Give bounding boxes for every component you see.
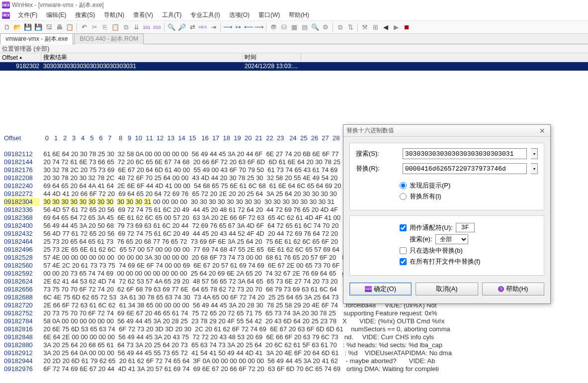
tools-icon[interactable]: ⚙ xyxy=(321,22,331,32)
search-input[interactable] xyxy=(403,148,527,159)
toolbar: 🗋 📂 💾 💾 🖫 🖶 📋 ↶ ✂ ⎘ 📋 ⧉ ⇊ 101 010 🔍 🔎 ⇄ … xyxy=(0,21,588,34)
properties-icon[interactable]: 📋 xyxy=(65,22,75,32)
menu-window[interactable]: 窗口(W) xyxy=(254,10,284,20)
radio-replace-all[interactable] xyxy=(400,193,407,200)
result-header-search[interactable]: 搜索结果 xyxy=(41,53,243,62)
hex-row[interactable]: 09182752 20 73 75 70 70 6F 72 74 69 6E 6… xyxy=(4,309,584,317)
open-disk-icon[interactable]: 💾 xyxy=(23,22,33,32)
checkbox-all-files[interactable] xyxy=(400,258,407,265)
hex-paste-icon[interactable]: 010 xyxy=(152,22,162,32)
result-header-offset[interactable]: Offset▲ xyxy=(0,53,41,62)
hex-row[interactable]: 09182848 6E 64 2E 00 00 00 00 00 56 49 4… xyxy=(4,333,584,341)
hex-copy-icon[interactable]: 101 xyxy=(142,22,152,32)
result-search: 3030303030303030303030303031 xyxy=(41,62,243,71)
options-icon[interactable]: ⚒ xyxy=(360,22,370,32)
go-back-icon[interactable]: ⟵ xyxy=(244,22,253,32)
dialog-title-bar[interactable]: 替换十六进制数值 ✕ xyxy=(343,125,550,137)
print-icon[interactable]: 🖶 xyxy=(54,22,64,32)
hex-bytes: 44 4D 41 20 66 6F 72 20 69 64 65 20 64 7… xyxy=(40,190,337,198)
interpret-icon[interactable]: ⊞ xyxy=(370,22,380,32)
hex-offset: 09182368 xyxy=(4,214,40,222)
help-button[interactable]: ?帮助(H) xyxy=(482,283,544,295)
replace-label: 替换(R): xyxy=(356,164,399,173)
stop-icon[interactable]: ⏹ xyxy=(402,22,412,32)
hex-bytes: 3A 20 25 64 0A 00 00 00 56 49 44 45 55 7… xyxy=(40,349,338,357)
replace-hex-icon[interactable]: HEX xyxy=(198,22,208,32)
hex-offset: 09182752 xyxy=(4,309,40,317)
result-header-time[interactable]: 时间 xyxy=(243,53,301,62)
new-file-icon[interactable]: 🗋 xyxy=(2,22,12,32)
copy-icon[interactable]: ⎘ xyxy=(100,22,110,32)
menu-view[interactable]: 查看(V) xyxy=(129,10,157,20)
menu-pro-tools[interactable]: 专业工具(I) xyxy=(186,10,224,20)
ok-button[interactable]: HEX确定(O) xyxy=(349,283,412,295)
replace-dropdown-icon[interactable]: ▾ xyxy=(531,163,538,174)
find-text-icon[interactable]: 🔍 xyxy=(167,22,176,32)
hex-offset: 09182944 xyxy=(4,357,40,365)
menu-options[interactable]: 选项(O) xyxy=(225,10,253,20)
undo-icon[interactable]: ↶ xyxy=(79,22,89,32)
hex-row[interactable]: 09182976 6F 72 74 69 6E 67 20 44 4D 41 3… xyxy=(4,365,584,373)
checkbox-sel-only[interactable] xyxy=(400,247,407,254)
go-offset-icon[interactable]: ⟶ xyxy=(223,22,233,32)
hex-row[interactable]: 09182784 58 0A 00 00 00 00 00 00 56 49 4… xyxy=(4,317,584,325)
wildcard-input[interactable] xyxy=(456,223,475,232)
hex-ascii: : %d heads: %d sects: %d lba_cap xyxy=(343,341,442,349)
prev-icon[interactable]: ◀ xyxy=(381,22,391,32)
hex-offset: 09182304 xyxy=(4,198,40,206)
hex-row[interactable]: 09182816 20 6E 75 6D 53 65 63 74 6F 72 7… xyxy=(4,325,584,333)
checkbox-wildcard[interactable] xyxy=(400,224,407,231)
disk-1-icon[interactable]: ⛃ xyxy=(268,22,278,32)
hex-offset: 09182400 xyxy=(4,222,40,230)
tab-file-1[interactable]: vmware-vmx - 副本.exe xyxy=(0,33,73,44)
hex-row[interactable]: 09182944 20 2D 20 6D 61 79 62 65 20 61 6… xyxy=(4,357,584,365)
sync-icon[interactable]: ⇅ xyxy=(345,22,355,32)
goto-icon[interactable]: ⇥ xyxy=(208,22,218,32)
ram-icon[interactable]: ▦ xyxy=(289,22,299,32)
template-icon[interactable]: ▤ xyxy=(300,22,310,32)
hex-offset: 09182816 xyxy=(4,325,40,333)
search-direction-label: 搜索(e): xyxy=(410,235,432,244)
save-icon[interactable]: 💾 xyxy=(33,22,43,32)
paste-write-icon[interactable]: ⇊ xyxy=(131,22,141,32)
hex-bytes: 30 30 30 30 30 30 30 30 30 30 30 31 00 0… xyxy=(40,198,335,206)
find-hex-icon[interactable]: 🔎 xyxy=(177,22,187,32)
close-icon[interactable]: ✕ xyxy=(537,126,547,135)
search-dropdown-icon[interactable]: ▾ xyxy=(531,148,538,159)
go-sector-icon[interactable]: ↦ xyxy=(233,22,243,32)
magnify-icon[interactable]: 🔍 xyxy=(310,22,320,32)
hex-bytes: 20 74 72 61 6E 73 66 65 72 20 6C 65 6E 6… xyxy=(40,158,340,166)
go-forward-icon[interactable]: ⟶ xyxy=(254,22,264,32)
radio-prompt[interactable] xyxy=(400,182,407,189)
next-icon[interactable]: ▶ xyxy=(391,22,401,32)
search-direction-select[interactable]: 全部 xyxy=(435,234,468,244)
replace-input[interactable] xyxy=(403,163,527,174)
hex-row[interactable]: 09182912 3A 20 25 64 0A 00 00 00 56 49 4… xyxy=(4,349,584,357)
hex-offset: 09182592 xyxy=(4,270,40,278)
dialog-body: 搜索(S): ▾ 替换(R): ▾ 发现后提示(P) 替换所有(l) xyxy=(343,137,550,303)
disk-2-icon[interactable]: ⛁ xyxy=(279,22,289,32)
menu-help[interactable]: 帮助(H) xyxy=(285,10,313,20)
menu-edit[interactable]: 编辑(E) xyxy=(42,10,70,20)
radio-replace-all-label: 替换所有(l) xyxy=(410,192,441,201)
hex-ascii: X VIDE: (%#x) OUTB Cmd %#x xyxy=(342,317,444,325)
cut-icon[interactable]: ✂ xyxy=(89,22,99,32)
open-folder-icon[interactable]: 📂 xyxy=(12,22,22,32)
cancel-button[interactable]: 取消(A) xyxy=(416,283,478,295)
replace-text-icon[interactable]: ⇄ xyxy=(187,22,197,32)
hex-row[interactable]: 09182880 3A 20 25 64 20 68 65 61 64 73 3… xyxy=(4,341,584,349)
save-as-icon[interactable]: 🖫 xyxy=(44,22,54,32)
result-row[interactable]: 9182302 3030303030303030303030303031 202… xyxy=(0,62,588,71)
menu-navigate[interactable]: 导航(N) xyxy=(100,10,128,20)
copy-block-icon[interactable]: ⧉ xyxy=(121,22,131,32)
tab-file-2[interactable]: BIOS.440 - 副本.ROM xyxy=(74,33,144,44)
menu-search[interactable]: 搜索(S) xyxy=(71,10,99,20)
hex-bytes: 56 49 44 45 3A 20 50 68 79 73 69 63 61 6… xyxy=(40,222,338,230)
paste-icon[interactable]: 📋 xyxy=(110,22,120,32)
compare-icon[interactable]: ⧉ xyxy=(335,22,345,32)
menu-tools[interactable]: 工具(T) xyxy=(158,10,185,20)
toolbar-separator xyxy=(220,23,221,32)
window-title: WinHex - [vmware-vmx - 副本.exe] xyxy=(12,1,104,9)
menu-file[interactable]: 文件(F) xyxy=(14,10,41,20)
hex-bytes: 69 64 65 20 64 4A 41 64 2E 6E 6F 44 4D 4… xyxy=(40,182,341,190)
